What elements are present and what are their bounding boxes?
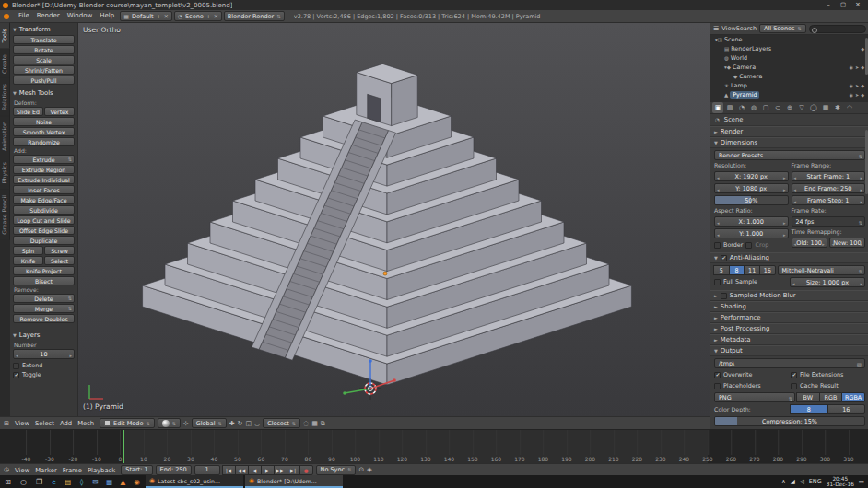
action-center-icon[interactable]: ▭ xyxy=(859,478,864,485)
full-sample-checkbox[interactable] xyxy=(714,279,721,285)
manipulator-rotate-icon[interactable]: ↻ xyxy=(238,420,243,427)
sync-mode-dropdown[interactable]: No Sync⇅ xyxy=(316,465,357,475)
tool-button[interactable]: Screw xyxy=(44,246,75,255)
aspect-x-field[interactable]: X: 1.000 xyxy=(714,216,789,227)
tool-button[interactable]: Extrude Individual xyxy=(13,175,75,184)
menu-item[interactable]: Window xyxy=(64,12,97,19)
toolshelf-tab[interactable]: Tools xyxy=(0,23,10,49)
outliner-row[interactable]: ▲ Pyramid ◉➤◆ xyxy=(710,90,868,99)
viewport-menu-item[interactable]: Select xyxy=(32,420,57,427)
menu-item[interactable]: Render xyxy=(33,12,64,19)
tool-button[interactable]: Select xyxy=(44,256,75,265)
outliner-menu-item[interactable]: View xyxy=(721,25,735,32)
tool-menu-button[interactable]: Delete xyxy=(13,294,75,303)
motion-blur-panel-header[interactable]: ►Sampled Motion Blur xyxy=(710,290,868,301)
transport-button[interactable]: ▶ xyxy=(261,465,275,475)
close-button[interactable]: ✕ xyxy=(850,0,865,10)
color-channels-button[interactable]: RGBA xyxy=(841,392,865,402)
overwrite-checkbox[interactable] xyxy=(714,372,721,378)
snap-magnet-icon[interactable]: ◡ xyxy=(254,420,260,427)
outliner-display-filter[interactable]: All Scenes⇅ xyxy=(759,24,806,33)
visibility-toggle-icons[interactable]: ◉➤◆ xyxy=(850,64,866,70)
taskbar-app-icon[interactable]: ◊ xyxy=(75,475,88,488)
performance-panel-header[interactable]: ►Performance xyxy=(710,312,868,323)
editor-type-icon[interactable]: ⊞ xyxy=(4,420,9,427)
tool-button[interactable]: Loop Cut and Slide xyxy=(13,215,75,225)
minimize-button[interactable]: – xyxy=(821,0,836,10)
mode-selector[interactable]: Edit Mode⇅ xyxy=(100,418,155,428)
speaker-icon[interactable]: ◁ xyxy=(800,478,804,485)
taskbar-app-icon[interactable]: e xyxy=(47,475,61,488)
tool-button[interactable]: Extrude Region xyxy=(13,165,75,174)
properties-tab[interactable]: ✱ xyxy=(832,102,843,113)
visibility-toggle-icons[interactable]: ◉➤◆ xyxy=(850,83,866,88)
layout-add-button[interactable]: + xyxy=(157,13,161,19)
shading-panel-header[interactable]: ►Shading xyxy=(710,301,868,312)
taskbar-app-icon[interactable]: ◉ xyxy=(130,475,144,488)
keyframe-insert-icon[interactable]: ◈ xyxy=(367,466,371,473)
color-depth-button[interactable]: 8 xyxy=(790,404,828,414)
file-format-dropdown[interactable]: PNG xyxy=(714,392,795,402)
proportional-edit-icon[interactable]: ◌ xyxy=(303,420,309,427)
color-channels-button[interactable]: RGB xyxy=(819,392,843,402)
search-icon[interactable]: ○ xyxy=(16,475,31,488)
aa-filter-dropdown[interactable]: Mitchell-Netravali xyxy=(778,265,865,275)
toolshelf-tab[interactable]: Physics xyxy=(0,157,10,189)
timeline-menu-item[interactable]: Playback xyxy=(85,467,118,474)
language-indicator[interactable]: ENG xyxy=(809,478,822,485)
color-depth-button[interactable]: 16 xyxy=(827,404,866,414)
viewport-menu-item[interactable]: Mesh xyxy=(75,420,97,427)
end-frame-field[interactable]: End Frame: 250 xyxy=(792,183,866,193)
mesh-tools-panel-header[interactable]: ▼Mesh Tools xyxy=(13,88,75,99)
tray-chevron-icon[interactable]: ∧ xyxy=(781,478,786,485)
screen-layout-selector[interactable]: ▦ Default + ✕ xyxy=(120,11,171,21)
aa-samples-button[interactable]: 11 xyxy=(744,265,760,275)
viewport-shading-selector[interactable]: ⇅ xyxy=(158,418,181,428)
aspect-y-field[interactable]: Y: 1.000 xyxy=(714,228,789,238)
scene-add-button[interactable]: + xyxy=(206,13,211,19)
taskbar-app-icon[interactable]: ✉ xyxy=(88,475,102,488)
aa-samples-button[interactable]: 8 xyxy=(729,265,745,275)
transport-button[interactable]: ● xyxy=(299,465,313,475)
snap-target-selector[interactable]: Closest⇅ xyxy=(263,418,300,428)
extend-checkbox[interactable] xyxy=(13,363,19,369)
render-opengl-anim-icon[interactable]: ⧉ xyxy=(321,420,325,427)
aa-size-field[interactable]: Size: 1.000 px xyxy=(790,277,865,287)
properties-tab[interactable]: ◔ xyxy=(736,102,747,113)
tool-button[interactable]: Spin xyxy=(13,246,43,255)
outliner-search-input[interactable] xyxy=(809,25,866,33)
extrude-menu-button[interactable]: Extrude xyxy=(13,155,75,164)
remove-doubles-button[interactable]: Remove Doubles xyxy=(13,314,75,323)
toolshelf-tab[interactable]: Animation xyxy=(0,116,10,157)
scene-selector[interactable]: ◔ Scene + ✕ xyxy=(174,11,222,21)
tool-button[interactable]: Smooth Vertex xyxy=(13,127,75,136)
blender-menu-icon[interactable] xyxy=(4,14,9,19)
start-button[interactable]: ⊞ xyxy=(0,475,16,488)
toolshelf-tab[interactable]: Create xyxy=(0,49,10,79)
cache-result-checkbox[interactable] xyxy=(791,383,797,389)
tool-button[interactable]: Make Edge/Face xyxy=(13,195,75,204)
layout-delete-button[interactable]: ✕ xyxy=(164,13,169,19)
frame-rate-dropdown[interactable]: 24 fps xyxy=(792,216,866,227)
properties-tab[interactable]: ▽ xyxy=(796,102,807,113)
transport-button[interactable]: ◀ xyxy=(248,465,262,475)
output-path-field[interactable]: /tmp\ xyxy=(714,358,865,368)
tool-button[interactable]: Duplicate xyxy=(13,236,75,245)
border-checkbox[interactable] xyxy=(714,242,721,249)
properties-tab[interactable]: ⊂ xyxy=(772,102,783,113)
timeline-ruler[interactable]: -40-30-20-100102030405060708090100110120… xyxy=(0,429,868,463)
properties-tab[interactable]: ▦ xyxy=(820,102,831,113)
viewport-menu-item[interactable]: Add xyxy=(57,420,75,427)
toggle-checkbox-row[interactable]: Toggle xyxy=(13,370,75,379)
taskbar-window-button[interactable]: ◉ Latest cbc_s02_usin... xyxy=(146,475,243,488)
tool-button[interactable]: Inset Faces xyxy=(13,185,75,194)
visibility-toggle-icons[interactable]: ◉➤◆ xyxy=(850,92,866,98)
tool-button[interactable]: Shrink/Fatten xyxy=(13,65,75,75)
transform-panel-header[interactable]: ▼Transform xyxy=(13,25,75,35)
scene-delete-button[interactable]: ✕ xyxy=(214,13,218,19)
keying-set-icon[interactable]: ⊙ xyxy=(358,466,364,473)
tool-button[interactable]: Push/Pull xyxy=(13,76,75,85)
outliner-menu-item[interactable]: Search xyxy=(736,25,757,32)
menu-item[interactable]: File xyxy=(15,12,33,19)
pivot-center-icon[interactable]: ⊹ xyxy=(183,420,189,427)
